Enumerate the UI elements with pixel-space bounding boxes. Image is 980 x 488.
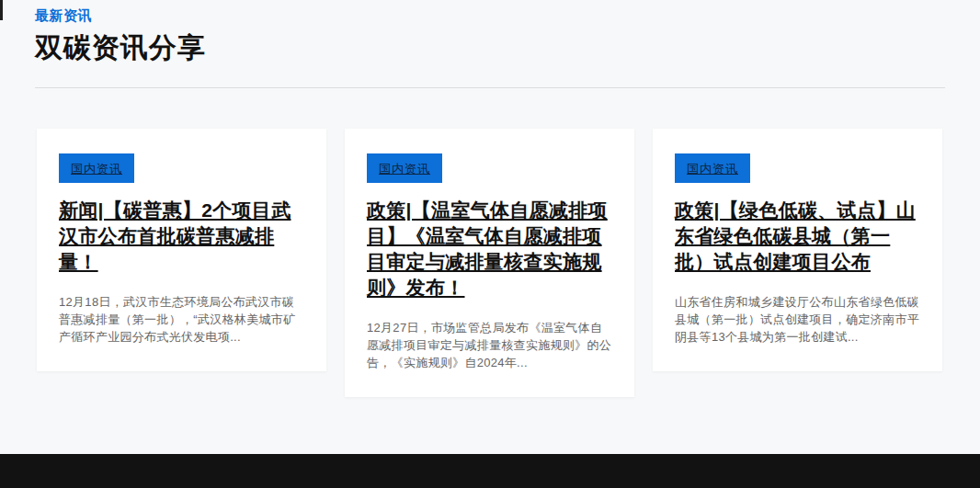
category-badge[interactable]: 国内资讯 [675, 153, 750, 183]
category-badge-label: 国内资讯 [379, 162, 430, 176]
article-excerpt: 12月18日，武汉市生态环境局公布武汉市碳普惠减排量（第一批），“武汉格林美城市… [59, 293, 304, 346]
category-badge[interactable]: 国内资讯 [367, 153, 442, 183]
window-edge [0, 0, 3, 20]
news-card: 国内资讯 政策|【温室气体自愿减排项目】《温室气体自愿减排项目审定与减排量核查实… [345, 129, 634, 397]
page-footer [0, 454, 980, 488]
category-badge-label: 国内资讯 [71, 162, 122, 176]
news-card-list: 国内资讯 新闻|【碳普惠】2个项目武汉市公布首批碳普惠减排量！ 12月18日，武… [37, 129, 945, 397]
article-title-link[interactable]: 政策|【绿色低碳、试点】山东省绿色低碳县城（第一批）试点创建项目公布 [675, 198, 920, 275]
article-excerpt: 山东省住房和城乡建设厅公布山东省绿色低碳县城（第一批）试点创建项目，确定济南市平… [675, 293, 920, 346]
article-title-link[interactable]: 新闻|【碳普惠】2个项目武汉市公布首批碳普惠减排量！ [59, 198, 304, 275]
news-section-page: 最新资讯 双碳资讯分享 国内资讯 新闻|【碳普惠】2个项目武汉市公布首批碳普惠减… [0, 0, 980, 488]
category-badge-label: 国内资讯 [687, 162, 738, 176]
section-header: 最新资讯 双碳资讯分享 [0, 0, 980, 88]
news-card: 国内资讯 新闻|【碳普惠】2个项目武汉市公布首批碳普惠减排量！ 12月18日，武… [37, 129, 326, 371]
news-card: 国内资讯 政策|【绿色低碳、试点】山东省绿色低碳县城（第一批）试点创建项目公布 … [653, 129, 942, 371]
section-eyebrow: 最新资讯 [35, 7, 945, 25]
category-badge[interactable]: 国内资讯 [59, 153, 134, 183]
page-title: 双碳资讯分享 [35, 29, 945, 67]
article-excerpt: 12月27日，市场监管总局发布《温室气体自愿减排项目审定与减排量核查实施规则》的… [367, 319, 612, 371]
article-title-link[interactable]: 政策|【温室气体自愿减排项目】《温室气体自愿减排项目审定与减排量核查实施规则》发… [367, 198, 612, 301]
header-divider [35, 87, 945, 88]
